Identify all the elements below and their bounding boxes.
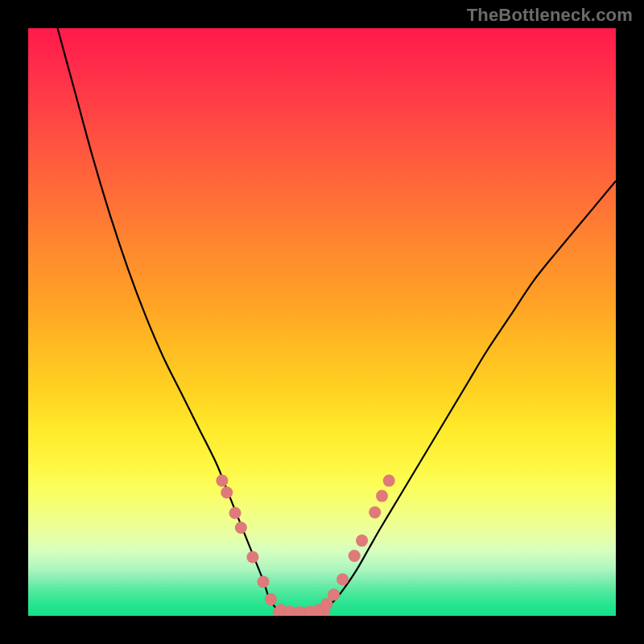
marker-dot: [336, 573, 349, 585]
marker-dot: [235, 522, 247, 534]
watermark-text: TheBottleneck.com: [467, 5, 633, 26]
marker-dot: [383, 475, 395, 487]
marker-group: [216, 475, 394, 616]
marker-dot: [369, 506, 381, 518]
marker-dot: [258, 576, 270, 588]
curve-svg: [28, 28, 616, 616]
marker-dot: [221, 486, 233, 498]
marker-dot: [356, 535, 368, 547]
marker-dot: [328, 588, 340, 601]
marker-dot: [349, 550, 361, 562]
marker-dot: [265, 593, 277, 605]
chart-stage: TheBottleneck.com: [0, 0, 644, 644]
right-curve-path: [322, 181, 616, 610]
marker-dot: [376, 490, 388, 502]
plot-area: [28, 28, 616, 616]
marker-dot: [216, 475, 228, 487]
marker-dot: [229, 507, 242, 519]
left-curve-path: [58, 28, 281, 611]
marker-dot: [246, 551, 258, 564]
